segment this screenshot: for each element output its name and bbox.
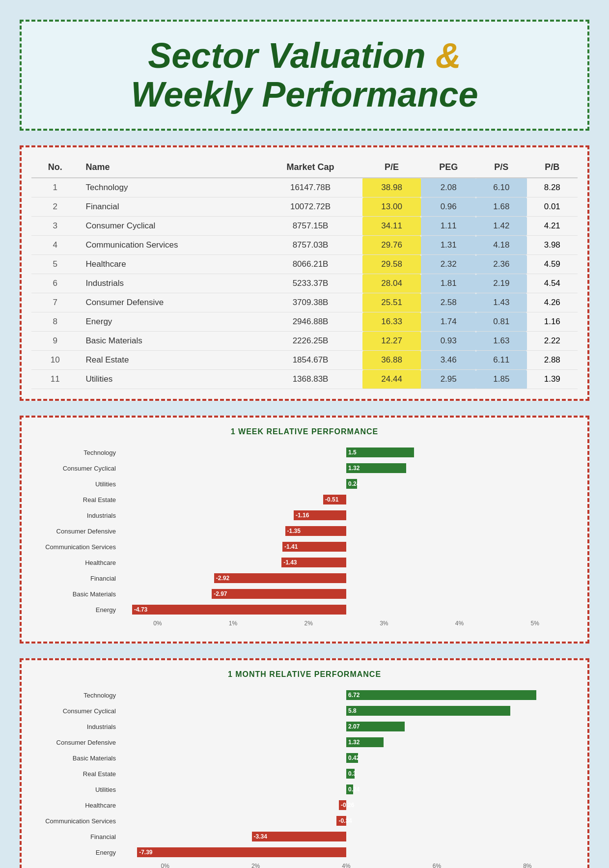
bar-fill: 6.72 (346, 690, 536, 700)
bar-value-label: -2.97 (212, 590, 229, 597)
chart2-x-axis: 0%2%4%6%8% (120, 861, 573, 868)
col-name: Name (79, 157, 259, 178)
table-cell-3-4: 1.31 (421, 236, 476, 255)
table-cell-2-3: 34.11 (362, 217, 421, 236)
bar-value-label: -2.92 (214, 575, 231, 582)
bar-label: Utilities (36, 480, 120, 488)
bar-label: Real Estate (36, 496, 120, 504)
bar-row: Utilities0.24 (36, 477, 573, 490)
col-ps: P/S (476, 157, 526, 178)
x-tick: 0% (120, 861, 210, 868)
bar-area: 5.8 (120, 704, 573, 717)
bar-fill: 0.24 (346, 784, 353, 794)
table-cell-7-1: Energy (79, 312, 259, 332)
x-tick: 3% (346, 618, 422, 627)
table-cell-9-6: 2.88 (527, 351, 578, 370)
bar-label: Technology (36, 449, 120, 456)
table-cell-3-2: 8757.03B (258, 236, 362, 255)
table-cell-4-5: 2.36 (476, 255, 526, 274)
table-cell-10-3: 24.44 (362, 370, 421, 389)
bar-label: Healthcare (36, 802, 120, 809)
bar-area: -1.43 (120, 556, 573, 569)
table-cell-6-0: 7 (31, 293, 79, 312)
table-row: 2Financial10072.72B13.000.961.680.01 (31, 197, 578, 217)
bar-value-label: -1.16 (294, 512, 311, 519)
x-tick: 5% (497, 618, 573, 627)
bar-area: 2.07 (120, 720, 573, 733)
x-tick: 0% (120, 618, 195, 627)
table-cell-10-2: 1368.83B (258, 370, 362, 389)
bar-area: -1.41 (120, 540, 573, 553)
bar-area: 1.32 (120, 736, 573, 749)
bar-label: Consumer Defensive (36, 528, 120, 535)
bar-row: Utilities0.24 (36, 783, 573, 796)
table-cell-4-2: 8066.21B (258, 255, 362, 274)
table-cell-2-2: 8757.15B (258, 217, 362, 236)
table-cell-2-1: Consumer Cyclical (79, 217, 259, 236)
bar-row: Financial-3.34 (36, 830, 573, 843)
table-cell-6-1: Consumer Defensive (79, 293, 259, 312)
x-tick: 6% (391, 861, 482, 868)
bar-row: Real Estate0.3 (36, 767, 573, 780)
bar-area: -2.97 (120, 588, 573, 600)
table-cell-4-1: Healthcare (79, 255, 259, 274)
table-cell-1-4: 0.96 (421, 197, 476, 217)
x-tick: 4% (422, 618, 498, 627)
table-cell-5-5: 2.19 (476, 274, 526, 293)
table-cell-8-3: 12.27 (362, 332, 421, 351)
col-marketcap: Market Cap (258, 157, 362, 178)
bar-value-label: -1.35 (285, 528, 303, 534)
bar-fill: -4.73 (132, 605, 346, 615)
bar-label: Utilities (36, 786, 120, 793)
chart1-bars: Technology1.5Consumer Cyclical1.32Utilit… (36, 446, 573, 616)
table-cell-2-4: 1.11 (421, 217, 476, 236)
table-cell-1-1: Financial (79, 197, 259, 217)
table-cell-0-6: 8.28 (527, 178, 578, 197)
table-cell-8-1: Basic Materials (79, 332, 259, 351)
table-cell-1-2: 10072.72B (258, 197, 362, 217)
table-row: 1Technology16147.78B38.982.086.108.28 (31, 178, 578, 197)
bar-area: -0.34 (120, 814, 573, 827)
bar-label: Technology (36, 692, 120, 699)
table-cell-10-5: 1.85 (476, 370, 526, 389)
table-row: 3Consumer Cyclical8757.15B34.111.111.424… (31, 217, 578, 236)
bar-value-label: 0.24 (346, 786, 361, 793)
table-cell-1-0: 2 (31, 197, 79, 217)
bar-value-label: 0.3 (346, 770, 359, 777)
header-title: Sector Valuation & Weekly Performance (41, 36, 568, 114)
col-pb: P/B (527, 157, 578, 178)
table-cell-8-2: 2226.25B (258, 332, 362, 351)
table-row: 9Basic Materials2226.25B12.270.931.632.2… (31, 332, 578, 351)
table-cell-3-1: Communication Services (79, 236, 259, 255)
bar-value-label: 5.8 (346, 707, 359, 714)
bar-row: Industrials-1.16 (36, 509, 573, 522)
bar-fill: -1.16 (294, 510, 346, 520)
bar-label: Financial (36, 833, 120, 840)
table-cell-4-3: 29.58 (362, 255, 421, 274)
chart2-bars: Technology6.72Consumer Cyclical5.8Indust… (36, 689, 573, 859)
table-cell-5-6: 4.54 (527, 274, 578, 293)
bar-fill: 1.5 (346, 448, 414, 457)
table-cell-8-6: 2.22 (527, 332, 578, 351)
bar-row: Basic Materials0.42 (36, 752, 573, 764)
table-cell-6-2: 3709.38B (258, 293, 362, 312)
table-cell-8-4: 0.93 (421, 332, 476, 351)
table-row: 5Healthcare8066.21B29.582.322.364.59 (31, 255, 578, 274)
chart1-title: 1 WEEK RELATIVE PERFORMANCE (36, 427, 573, 436)
chart1-x-axis: 0%1%2%3%4%5% (120, 618, 573, 627)
bar-area: 0.3 (120, 767, 573, 780)
table-cell-4-6: 4.59 (527, 255, 578, 274)
bar-label: Energy (36, 606, 120, 614)
bar-value-label: 2.07 (346, 723, 361, 730)
chart1-section: 1 WEEK RELATIVE PERFORMANCE Technology1.… (20, 416, 589, 644)
table-cell-0-1: Technology (79, 178, 259, 197)
table-cell-1-3: 13.00 (362, 197, 421, 217)
bar-fill: -2.92 (214, 573, 346, 583)
bar-fill: 1.32 (346, 737, 384, 747)
bar-row: Financial-2.92 (36, 572, 573, 585)
bar-fill: -7.39 (137, 847, 346, 857)
bar-row: Healthcare-0.26 (36, 799, 573, 812)
bar-label: Real Estate (36, 770, 120, 778)
bar-value-label: -0.51 (323, 496, 340, 503)
table-cell-7-6: 1.16 (527, 312, 578, 332)
